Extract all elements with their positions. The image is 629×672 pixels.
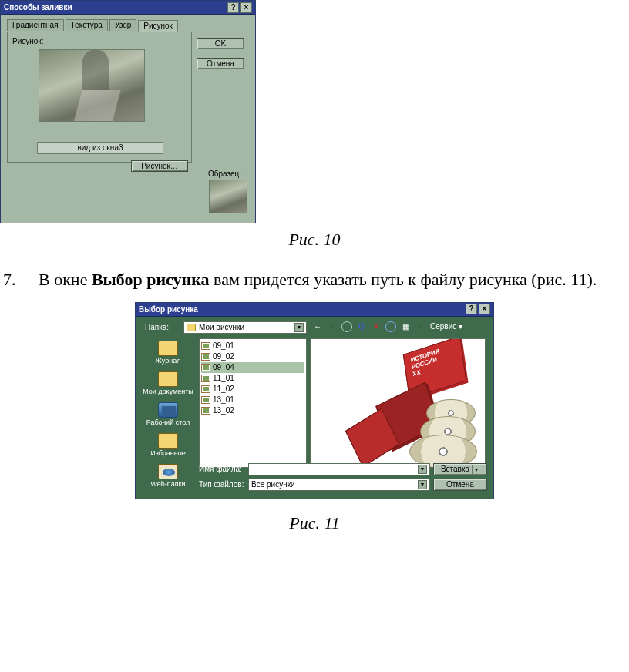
place-desktop[interactable]: Рабочий стол <box>140 400 196 429</box>
image-file-icon <box>201 342 210 350</box>
step-text-pre: В окне <box>39 270 92 289</box>
tab-gradient[interactable]: Градиентная <box>7 19 64 31</box>
folder-dropdown[interactable]: Мои рисунки ▾ <box>183 321 307 334</box>
toolbar-sep2: · <box>414 321 426 333</box>
file-list[interactable]: 09_01 09_02 09_04 11_01 11_02 13_01 13_0… <box>199 338 307 468</box>
dialog2-title: Выбор рисунка <box>139 305 198 314</box>
file-preview-pane <box>310 338 486 468</box>
help-button[interactable]: ? <box>466 304 477 314</box>
image-file-icon <box>201 407 210 415</box>
filename-row: Имя файла: ▾ Вставка▾ <box>199 463 487 475</box>
label-picture: Рисунок: <box>12 37 44 45</box>
cancel-button[interactable]: Отмена <box>433 479 487 491</box>
dialog2-titlebar: Выбор рисунка ? × <box>136 303 493 317</box>
tab-texture[interactable]: Текстура <box>66 19 108 31</box>
up-level-icon[interactable] <box>341 321 353 333</box>
places-bar: Журнал Мои документы Рабочий стол Избран… <box>140 338 196 492</box>
open-picture-button[interactable]: Рисунок… <box>131 160 188 172</box>
chevron-down-icon[interactable]: ▾ <box>472 465 479 475</box>
tab-picture-panel: Рисунок: вид из окна3 Рисунок… <box>7 32 192 163</box>
dialog1-title: Способы заливки <box>4 3 72 12</box>
file-item[interactable]: 11_02 <box>201 384 304 395</box>
label-filename: Имя файла: <box>199 465 245 473</box>
file-item[interactable]: 11_01 <box>201 373 304 384</box>
step-text-bold: Выбор рисунка <box>92 270 210 289</box>
service-menu[interactable]: Сервис ▾ <box>429 322 464 331</box>
step-number: 7. <box>0 264 39 296</box>
filetype-row: Тип файлов: Все рисунки ▾ Отмена <box>199 479 487 491</box>
file-item[interactable]: 13_02 <box>201 405 304 416</box>
picture-name-field[interactable]: вид из окна3 <box>37 142 163 154</box>
views-icon[interactable]: ▦ <box>399 321 412 333</box>
label-sample: Образец: <box>208 170 241 178</box>
caption-fig11: Рис. 11 <box>0 513 629 533</box>
place-webfolders[interactable]: Web-папки <box>140 462 196 491</box>
tab-picture[interactable]: Рисунок <box>138 20 178 32</box>
step-text-post: вам придется указать путь к файлу рисунк… <box>210 270 597 289</box>
cancel-button[interactable]: Отмена <box>197 58 244 69</box>
back-icon[interactable]: ← <box>311 321 324 333</box>
close-button[interactable]: × <box>240 2 252 13</box>
folder-value: Мои рисунки <box>199 323 244 331</box>
place-favorites[interactable]: Избранное <box>140 431 196 460</box>
file-item[interactable]: 09_04 <box>201 362 304 373</box>
close-button[interactable]: × <box>479 304 490 314</box>
dialog1-titlebar: Способы заливки ? × <box>1 1 255 15</box>
fill-methods-dialog: Способы заливки ? × Градиентная Текстура… <box>0 0 256 223</box>
insert-button[interactable]: Вставка▾ <box>433 463 487 475</box>
ok-button[interactable]: OK <box>197 38 244 49</box>
image-file-icon <box>201 375 210 382</box>
search-icon[interactable]: Q <box>355 321 368 333</box>
label-folder: Папка: <box>145 323 169 331</box>
place-journal[interactable]: Журнал <box>140 338 196 368</box>
place-mydocs[interactable]: Мои документы <box>140 369 196 398</box>
caption-fig10: Рис. 10 <box>0 230 629 250</box>
dialog2-toolbar: ← · Q ✕ ▦ · Сервис ▾ <box>311 321 464 333</box>
chevron-down-icon[interactable]: ▾ <box>294 323 304 332</box>
file-item[interactable]: 09_02 <box>201 351 304 362</box>
chevron-down-icon[interactable]: ▾ <box>418 465 427 474</box>
dialog1-tabs: Градиентная Текстура Узор Рисунок <box>7 19 180 31</box>
sample-preview <box>209 180 247 213</box>
image-file-icon <box>201 385 210 393</box>
folder-icon <box>187 324 196 331</box>
folder-icon <box>158 371 178 387</box>
image-file-icon <box>201 353 210 361</box>
desktop-icon <box>158 402 178 418</box>
image-file-icon <box>201 396 210 404</box>
filename-input[interactable]: ▾ <box>248 463 430 475</box>
select-picture-dialog: Выбор рисунка ? × Папка: Мои рисунки ▾ ←… <box>135 302 494 499</box>
file-item[interactable]: 09_01 <box>201 341 304 351</box>
delete-icon[interactable]: ✕ <box>370 321 382 333</box>
chevron-down-icon[interactable]: ▾ <box>418 480 427 489</box>
instruction-paragraph: 7. В окне Выбор рисунка вам придется ука… <box>0 264 606 296</box>
folder-icon <box>158 341 178 356</box>
picture-preview <box>39 49 145 122</box>
help-button[interactable]: ? <box>227 2 239 13</box>
globe-icon <box>158 464 178 479</box>
image-file-icon <box>201 364 210 371</box>
filetype-dropdown[interactable]: Все рисунки ▾ <box>248 479 430 491</box>
toolbar-sep: · <box>326 321 338 333</box>
step-text: В окне Выбор рисунка вам придется указат… <box>39 264 606 296</box>
dialog1-body: Градиентная Текстура Узор Рисунок Рисуно… <box>1 15 255 223</box>
tab-pattern[interactable]: Узор <box>109 19 136 31</box>
folder-icon <box>158 433 178 449</box>
file-item[interactable]: 13_01 <box>201 395 304 405</box>
new-folder-icon[interactable] <box>385 321 397 333</box>
dialog2-body: Папка: Мои рисунки ▾ ← · Q ✕ ▦ · Сервис … <box>136 317 493 499</box>
label-filetype: Тип файлов: <box>199 480 245 489</box>
